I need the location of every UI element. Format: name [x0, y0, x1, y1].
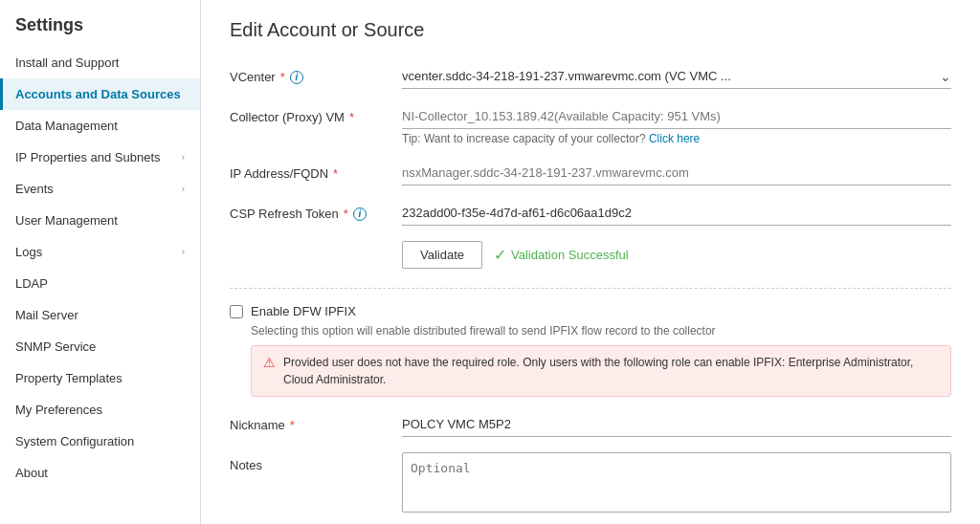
- sidebar-item-label: LDAP: [15, 276, 48, 291]
- ip-label: IP Address/FQDN *: [230, 161, 402, 181]
- page-title: Edit Account or Source: [230, 19, 951, 41]
- notes-row: Notes: [230, 452, 951, 515]
- dfw-checkbox[interactable]: [230, 305, 243, 318]
- sidebar-item-mail-server[interactable]: Mail Server: [0, 299, 200, 331]
- vcenter-chevron-icon: ⌄: [940, 69, 951, 84]
- sidebar: Settings Install and SupportAccounts and…: [0, 0, 201, 524]
- sidebar-item-label: Events: [15, 182, 54, 196]
- collector-tip: Tip: Want to increase capacity of your c…: [402, 132, 951, 145]
- collector-input[interactable]: [402, 104, 951, 129]
- sidebar-item-data-management[interactable]: Data Management: [0, 110, 200, 142]
- validate-button[interactable]: Validate: [402, 241, 482, 269]
- csp-info-icon[interactable]: i: [353, 207, 367, 221]
- nickname-input[interactable]: [402, 412, 951, 437]
- sidebar-item-system-configuration[interactable]: System Configuration: [0, 426, 200, 457]
- sidebar-item-label: Data Management: [15, 119, 118, 133]
- csp-row: CSP Refresh Token * i: [230, 201, 951, 226]
- sidebar-item-logs[interactable]: Logs›: [0, 236, 200, 268]
- nickname-row: Nickname *: [230, 412, 951, 437]
- sidebar-item-events[interactable]: Events›: [0, 173, 200, 205]
- sidebar-item-ip-properties-subnets[interactable]: IP Properties and Subnets›: [0, 142, 200, 173]
- main-content: Edit Account or Source VCenter * i vcent…: [201, 0, 980, 524]
- nickname-label: Nickname *: [230, 412, 402, 432]
- error-icon: ⚠: [263, 355, 276, 370]
- sidebar-item-accounts-data-sources[interactable]: Accounts and Data Sources: [0, 78, 200, 110]
- vcenter-info-icon[interactable]: i: [290, 71, 303, 84]
- collector-label: Collector (Proxy) VM *: [230, 104, 402, 124]
- sidebar-item-label: SNMP Service: [15, 339, 96, 354]
- sidebar-item-label: Property Templates: [15, 371, 122, 385]
- dfw-label: Enable DFW IPFIX: [251, 304, 356, 318]
- sidebar-item-label: Mail Server: [15, 308, 78, 322]
- section-divider: [230, 288, 951, 289]
- validation-status: ✓ Validation Successful: [494, 246, 629, 264]
- sidebar-item-label: Logs: [15, 245, 42, 259]
- sidebar-item-label: My Preferences: [15, 403, 102, 417]
- sidebar-item-label: About: [15, 466, 48, 480]
- sidebar-item-snmp-service[interactable]: SNMP Service: [0, 331, 200, 362]
- sidebar-item-property-templates[interactable]: Property Templates: [0, 362, 200, 394]
- notes-label: Notes: [230, 452, 402, 472]
- vcenter-select-wrap[interactable]: vcenter.sddc-34-218-191-237.vmwarevmc.co…: [402, 64, 951, 89]
- vcenter-select[interactable]: vcenter.sddc-34-218-191-237.vmwarevmc.co…: [402, 64, 940, 88]
- validate-row: Validate ✓ Validation Successful: [402, 241, 951, 269]
- chevron-right-icon: ›: [182, 152, 185, 163]
- dfw-description: Selecting this option will enable distri…: [251, 324, 951, 338]
- vcenter-label: VCenter * i: [230, 64, 402, 84]
- sidebar-item-label: User Management: [15, 213, 118, 228]
- chevron-right-icon: ›: [182, 184, 185, 194]
- csp-label: CSP Refresh Token * i: [230, 201, 402, 221]
- sidebar-item-label: Accounts and Data Sources: [15, 87, 181, 101]
- sidebar-item-about[interactable]: About: [0, 457, 200, 489]
- sidebar-item-user-management[interactable]: User Management: [0, 205, 200, 236]
- ip-input[interactable]: [402, 161, 951, 186]
- sidebar-item-label: Install and Support: [15, 55, 119, 70]
- chevron-right-icon: ›: [182, 247, 185, 257]
- vcenter-row: VCenter * i vcenter.sddc-34-218-191-237.…: [230, 64, 951, 89]
- sidebar-item-label: System Configuration: [15, 434, 134, 448]
- collector-link[interactable]: Click here: [649, 132, 700, 145]
- sidebar-item-install-support[interactable]: Install and Support: [0, 47, 200, 78]
- notes-textarea[interactable]: [402, 452, 951, 513]
- sidebar-item-ldap[interactable]: LDAP: [0, 268, 200, 299]
- sidebar-item-my-preferences[interactable]: My Preferences: [0, 394, 200, 426]
- dfw-error-box: ⚠ Provided user does not have the requir…: [251, 345, 951, 397]
- dfw-section: Enable DFW IPFIX Selecting this option w…: [230, 304, 951, 397]
- dfw-header: Enable DFW IPFIX: [230, 304, 951, 318]
- collector-row: Collector (Proxy) VM * Tip: Want to incr…: [230, 104, 951, 145]
- check-icon: ✓: [494, 246, 506, 264]
- sidebar-item-label: IP Properties and Subnets: [15, 150, 161, 164]
- ip-row: IP Address/FQDN *: [230, 161, 951, 186]
- csp-input[interactable]: [402, 201, 951, 226]
- error-text: Provided user does not have the required…: [283, 354, 939, 388]
- sidebar-title: Settings: [0, 0, 200, 47]
